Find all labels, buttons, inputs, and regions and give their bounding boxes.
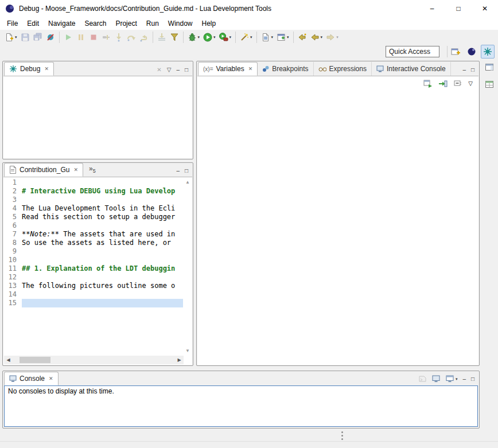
maximize-icon[interactable]: □ [185, 168, 188, 174]
scrollbar-track[interactable] [13, 356, 175, 364]
terminate-button[interactable] [87, 31, 100, 44]
line-number[interactable]: 11 [3, 264, 22, 273]
minimized-view-grid-button[interactable] [483, 78, 496, 91]
line-number[interactable]: 15 [3, 299, 22, 307]
tab-variables[interactable]: (x)= Variables ✕ [198, 62, 258, 76]
menu-navigate[interactable]: Navigate [44, 17, 80, 30]
scroll-right-icon[interactable]: ▶ [175, 357, 184, 363]
code-line[interactable]: 7**Note:** The assets that are used in [3, 230, 183, 239]
close-icon[interactable]: ✕ [49, 376, 53, 381]
tab-console[interactable]: Console ✕ [4, 372, 59, 385]
menu-search[interactable]: Search [80, 17, 111, 30]
open-console-dropdown-button[interactable]: ▾ [446, 375, 458, 383]
minimize-icon[interactable]: – [462, 67, 466, 73]
tab-contribution-guide[interactable]: Contribution_Gu ✕ [4, 163, 83, 177]
code-line[interactable]: 14 [3, 290, 183, 299]
external-tools-dropdown-button[interactable]: ▾ [217, 31, 234, 44]
lua-perspective-button[interactable] [465, 45, 478, 59]
minimize-icon[interactable]: – [462, 376, 466, 382]
tab-expressions[interactable]: Expressions [314, 62, 372, 76]
arrow-into-box-icon[interactable] [438, 79, 448, 88]
code-line[interactable]: 3 [3, 196, 183, 204]
menu-edit[interactable]: Edit [22, 17, 44, 30]
code-line[interactable]: 2# Interactive DEBUG using Lua Develop [3, 187, 183, 196]
scroll-down-icon[interactable]: ▼ [185, 348, 190, 353]
line-number[interactable]: 3 [3, 196, 22, 204]
console-output-area[interactable]: No consoles to display at this time. [4, 385, 478, 427]
window-close-button[interactable]: ✕ [472, 0, 498, 17]
code-line[interactable]: 4The Lua Development Tools in the Ecli [3, 204, 183, 213]
debug-tree-area[interactable] [3, 76, 192, 158]
show-logical-structure-icon[interactable] [423, 79, 433, 88]
menu-project[interactable]: Project [111, 17, 141, 30]
code-line[interactable]: 1 [3, 178, 183, 187]
suspend-button[interactable] [75, 31, 87, 44]
last-edit-location-button[interactable] [296, 31, 309, 44]
editor-content[interactable]: 12# Interactive DEBUG using Lua Develop3… [3, 177, 192, 365]
hidden-editors-chevron[interactable]: » 5 [83, 163, 99, 177]
code-line[interactable]: 6 [3, 221, 183, 230]
disconnect-button[interactable] [100, 31, 112, 44]
menu-window[interactable]: Window [164, 17, 197, 30]
code-line[interactable]: 13The following pictures outline some o [3, 282, 183, 290]
window-minimize-button[interactable]: – [419, 0, 445, 17]
code-line[interactable]: 11## 1. Explanation of the LDT debuggin [3, 264, 183, 273]
line-number[interactable]: 7 [3, 230, 22, 239]
step-over-button[interactable] [125, 31, 138, 44]
tab-breakpoints[interactable]: Breakpoints [258, 62, 313, 76]
code-line[interactable]: 9 [3, 247, 183, 256]
maximize-icon[interactable]: □ [471, 376, 474, 382]
open-console-icon[interactable] [432, 375, 441, 383]
sash-grip[interactable] [341, 431, 343, 440]
resume-button[interactable] [62, 31, 75, 44]
code-line[interactable]: 10 [3, 256, 183, 264]
scrollbar-thumb[interactable] [20, 357, 50, 363]
menu-file[interactable]: File [2, 17, 22, 30]
line-number[interactable]: 1 [3, 178, 22, 187]
maximize-icon[interactable]: □ [471, 67, 474, 73]
minimized-view-window-button[interactable] [483, 61, 496, 73]
line-number[interactable]: 13 [3, 282, 22, 290]
close-icon[interactable]: ✕ [248, 66, 253, 72]
line-number[interactable]: 4 [3, 204, 22, 213]
menu-run[interactable]: Run [142, 17, 164, 30]
display-selected-console-icon[interactable] [418, 375, 427, 383]
close-icon[interactable]: ✕ [44, 66, 49, 72]
minimize-icon[interactable]: – [176, 67, 180, 73]
wand-dropdown-button[interactable]: ▾ [238, 31, 254, 44]
code-line[interactable]: 5Read this section to setup a debugger [3, 213, 183, 221]
window-dropdown-button[interactable]: ▾ [275, 31, 291, 44]
horizontal-scrollbar[interactable]: ◀ ▶ [4, 356, 184, 364]
step-into-button[interactable] [112, 31, 125, 44]
drop-to-frame-button[interactable] [155, 31, 168, 44]
run-launch-dropdown-button[interactable]: ▾ [201, 31, 217, 44]
variables-tree-area[interactable] [197, 91, 478, 365]
line-number[interactable]: 8 [3, 239, 22, 247]
new-wizard-dropdown-button[interactable]: ▾ [3, 31, 19, 44]
menu-help[interactable]: Help [197, 17, 221, 30]
step-return-button[interactable] [138, 31, 150, 44]
tab-debug[interactable]: Debug ✕ [4, 62, 54, 76]
code-editor[interactable]: 12# Interactive DEBUG using Lua Develop3… [3, 178, 183, 355]
save-button[interactable] [19, 31, 32, 44]
line-number[interactable]: 2 [3, 187, 22, 196]
quick-access-input[interactable]: Quick Access [386, 46, 439, 57]
view-menu-icon[interactable]: ▽ [167, 67, 172, 73]
view-menu-icon[interactable]: ▽ [468, 81, 473, 87]
remove-all-terminated-icon[interactable]: ✕ [157, 67, 161, 73]
debug-launch-dropdown-button[interactable]: ▾ [186, 31, 202, 44]
open-perspective-button[interactable] [449, 45, 462, 59]
maximize-icon[interactable]: □ [185, 67, 188, 73]
line-number[interactable]: 12 [3, 273, 22, 282]
forward-dropdown-button[interactable]: ▾ [324, 31, 340, 44]
save-all-button[interactable] [32, 31, 44, 44]
window-maximize-button[interactable]: □ [445, 0, 472, 17]
close-icon[interactable]: ✕ [73, 167, 78, 173]
scroll-left-icon[interactable]: ◀ [4, 357, 13, 363]
file-dropdown-button[interactable]: ▾ [259, 31, 275, 44]
line-number[interactable]: 14 [3, 290, 22, 299]
line-number[interactable]: 6 [3, 221, 22, 230]
line-number[interactable]: 10 [3, 256, 22, 264]
vertical-scrollbar[interactable]: ▲ ▼ [184, 178, 192, 355]
scroll-up-icon[interactable]: ▲ [185, 180, 190, 185]
